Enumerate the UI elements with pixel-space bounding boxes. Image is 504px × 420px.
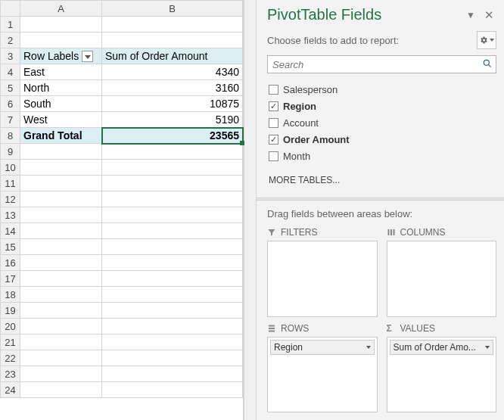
cell[interactable] xyxy=(20,33,102,48)
row-header[interactable]: 9 xyxy=(1,144,20,160)
cell[interactable]: South xyxy=(20,96,102,112)
checkbox[interactable] xyxy=(269,135,278,145)
field-item[interactable]: Order Amount xyxy=(267,131,496,148)
row-header[interactable]: 19 xyxy=(1,303,20,319)
cell[interactable] xyxy=(20,350,102,366)
cell[interactable] xyxy=(102,33,243,48)
filter-dropdown-button[interactable] xyxy=(82,51,93,62)
cell[interactable] xyxy=(102,334,243,350)
vertical-scrollbar[interactable] xyxy=(244,0,256,420)
cell[interactable]: West xyxy=(20,112,102,128)
row-header[interactable]: 1 xyxy=(1,17,20,33)
cell[interactable]: Row Labels xyxy=(20,48,102,64)
cell[interactable] xyxy=(20,176,102,191)
row-header[interactable]: 24 xyxy=(1,382,20,398)
cell[interactable] xyxy=(102,382,243,398)
close-icon[interactable]: ✕ xyxy=(482,7,496,23)
cell[interactable] xyxy=(20,255,102,271)
grid[interactable]: A B 123Row LabelsSum of Order Amount4Eas… xyxy=(0,0,243,398)
cell[interactable] xyxy=(20,160,102,176)
cell[interactable] xyxy=(102,319,243,334)
cell[interactable] xyxy=(20,382,102,398)
grand-total-value[interactable]: 23565 xyxy=(102,128,243,144)
row-header[interactable]: 6 xyxy=(1,96,20,112)
cell[interactable]: 4340 xyxy=(102,64,243,80)
row-header[interactable]: 7 xyxy=(1,112,20,128)
cell[interactable] xyxy=(102,255,243,271)
cell[interactable] xyxy=(20,287,102,303)
col-header-A[interactable]: A xyxy=(20,1,102,17)
cell[interactable] xyxy=(20,207,102,223)
more-tables-link[interactable]: MORE TABLES... xyxy=(269,175,496,185)
zone-field[interactable]: Region xyxy=(270,340,375,355)
value-column-header[interactable]: Sum of Order Amount xyxy=(102,48,243,64)
cell[interactable] xyxy=(20,319,102,334)
cell[interactable] xyxy=(20,17,102,33)
row-header[interactable]: 8 xyxy=(1,128,20,144)
field-item[interactable]: Month xyxy=(267,148,496,164)
cell[interactable] xyxy=(20,191,102,207)
checkbox[interactable] xyxy=(269,85,278,95)
cell[interactable] xyxy=(20,271,102,287)
cell[interactable]: North xyxy=(20,80,102,96)
checkbox[interactable] xyxy=(269,118,278,128)
filters-dropzone[interactable] xyxy=(267,241,378,317)
checkbox[interactable] xyxy=(269,151,278,161)
row-header[interactable]: 4 xyxy=(1,64,20,80)
row-header[interactable]: 20 xyxy=(1,319,20,334)
row-header[interactable]: 17 xyxy=(1,271,20,287)
cell[interactable]: 3160 xyxy=(102,80,243,96)
row-header[interactable]: 23 xyxy=(1,366,20,382)
cell[interactable] xyxy=(102,366,243,382)
grand-total-label[interactable]: Grand Total xyxy=(20,128,102,144)
pane-splitter[interactable] xyxy=(257,198,504,201)
row-header[interactable]: 18 xyxy=(1,287,20,303)
row-header[interactable]: 15 xyxy=(1,239,20,255)
cell[interactable]: 5190 xyxy=(102,112,243,128)
tools-button[interactable] xyxy=(477,31,496,49)
cell[interactable] xyxy=(102,303,243,319)
cell[interactable] xyxy=(102,207,243,223)
row-header[interactable]: 2 xyxy=(1,33,20,48)
cell[interactable] xyxy=(20,144,102,160)
select-all-corner[interactable] xyxy=(1,1,20,17)
row-header[interactable]: 16 xyxy=(1,255,20,271)
cell[interactable] xyxy=(102,271,243,287)
cell[interactable] xyxy=(102,223,243,239)
cell[interactable] xyxy=(20,239,102,255)
cell[interactable] xyxy=(20,334,102,350)
cell[interactable] xyxy=(102,144,243,160)
row-header[interactable]: 21 xyxy=(1,334,20,350)
row-header[interactable]: 12 xyxy=(1,191,20,207)
cell[interactable] xyxy=(102,239,243,255)
rows-dropzone[interactable]: Region xyxy=(267,337,378,413)
field-item[interactable]: Region xyxy=(267,98,496,114)
row-header[interactable]: 10 xyxy=(1,160,20,176)
cell[interactable]: 10875 xyxy=(102,96,243,112)
row-header[interactable]: 14 xyxy=(1,223,20,239)
zone-field[interactable]: Sum of Order Amo... xyxy=(390,340,494,355)
search-icon[interactable] xyxy=(482,58,493,71)
cell[interactable] xyxy=(102,17,243,33)
cell[interactable] xyxy=(102,160,243,176)
search-input[interactable] xyxy=(267,55,496,73)
row-header[interactable]: 22 xyxy=(1,350,20,366)
row-header[interactable]: 5 xyxy=(1,80,20,96)
values-dropzone[interactable]: Sum of Order Amo... xyxy=(387,337,497,413)
field-item[interactable]: Account xyxy=(267,114,496,131)
row-header[interactable]: 3 xyxy=(1,48,20,64)
row-header[interactable]: 11 xyxy=(1,176,20,191)
dropdown-icon[interactable]: ▼ xyxy=(464,8,478,22)
checkbox[interactable] xyxy=(269,101,278,111)
row-header[interactable]: 13 xyxy=(1,207,20,223)
cell[interactable] xyxy=(20,223,102,239)
cell[interactable] xyxy=(20,303,102,319)
col-header-B[interactable]: B xyxy=(102,1,243,17)
cell[interactable] xyxy=(102,287,243,303)
columns-dropzone[interactable] xyxy=(387,241,497,317)
cell[interactable]: East xyxy=(20,64,102,80)
cell[interactable] xyxy=(102,350,243,366)
cell[interactable] xyxy=(20,366,102,382)
field-item[interactable]: Salesperson xyxy=(267,81,496,98)
cell[interactable] xyxy=(102,176,243,191)
